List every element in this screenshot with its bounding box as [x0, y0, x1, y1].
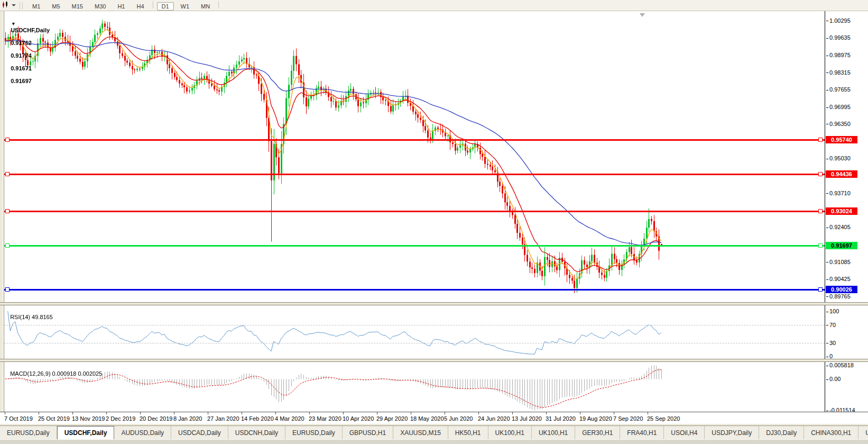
date-tick-mark: [411, 412, 411, 414]
line-handle-left[interactable]: [5, 209, 10, 213]
timeframe-button-h1[interactable]: H1: [113, 2, 130, 11]
line-handle-right[interactable]: [818, 138, 823, 142]
price-tick-label: 0.91085: [829, 259, 851, 265]
date-label: 5 Jun 2020: [444, 415, 473, 422]
collapse-chart-icon[interactable]: ▼: [11, 21, 16, 26]
window-bottom-edge: [0, 439, 868, 444]
date-tick-mark: [478, 412, 479, 414]
rsi-tick: 30: [826, 340, 836, 346]
price-tick-label: 0.90425: [829, 276, 851, 282]
toolbar-grip[interactable]: [20, 2, 23, 9]
pane-divider[interactable]: [0, 359, 868, 362]
line-handle-right[interactable]: [818, 287, 823, 292]
date-tick-mark: [5, 412, 5, 414]
chart-shift-marker-icon[interactable]: [640, 13, 645, 17]
quote-high: 0.91774: [11, 52, 32, 59]
timeframe-button-w1[interactable]: W1: [176, 2, 195, 11]
chart-tab-bar: EURUSD,DailyUSDCHF,DailyAUDUSD,DailyUSDC…: [0, 425, 868, 440]
rsi-tick-label: 30: [829, 340, 836, 346]
timeframe-button-m1[interactable]: M1: [27, 2, 45, 11]
horizontal-level-line[interactable]: [4, 139, 825, 141]
tab-usdchf-daily[interactable]: USDCHF,Daily: [57, 426, 115, 440]
line-handle-left[interactable]: [5, 172, 10, 176]
line-handle-left[interactable]: [5, 243, 10, 248]
rsi-canvas[interactable]: [4, 305, 825, 358]
timeframe-button-m30[interactable]: M30: [90, 2, 110, 11]
date-label: 27 Jan 2020: [207, 415, 239, 422]
toolbar-separator: [218, 1, 219, 8]
date-label: 14 Feb 2020: [241, 415, 274, 422]
tick-mark: [826, 21, 828, 21]
tab-fra40-h1[interactable]: FRA40,H1: [620, 426, 664, 440]
date-label: 24 Jun 2020: [478, 415, 510, 422]
date-tick-mark: [72, 412, 73, 414]
tab-usdcnh-daily[interactable]: USDCNH,Daily: [228, 426, 285, 440]
tab-usdcad-daily[interactable]: USDCAD,Daily: [171, 426, 228, 440]
tab-usoil-h[interactable]: USOil,H: [858, 426, 868, 440]
tab-uk100-h1[interactable]: UK100,H1: [532, 426, 575, 440]
price-tag: 0.93024: [826, 207, 857, 215]
tab-eurusd-daily[interactable]: EURUSD,Daily: [285, 426, 343, 440]
tab-uk100-h1[interactable]: UK100,H1: [488, 426, 532, 440]
chevron-down-icon[interactable]: [12, 4, 16, 6]
line-handle-right[interactable]: [818, 172, 823, 176]
date-tick-mark: [580, 412, 580, 414]
tick-mark: [826, 107, 828, 108]
tab-china300-h1[interactable]: CHINA300,H1: [804, 426, 858, 440]
tick-mark: [826, 56, 828, 56]
tab-gbpusd-h1[interactable]: GBPUSD,H1: [343, 426, 393, 440]
tab-usoil-h4[interactable]: USOil,H4: [664, 426, 705, 440]
line-handle-right[interactable]: [818, 243, 823, 248]
horizontal-level-line[interactable]: [4, 245, 825, 247]
tick-mark: [826, 296, 828, 297]
date-axis[interactable]: 7 Oct 201925 Oct 201913 Nov 20192 Dec 20…: [0, 412, 868, 424]
price-tick-label: 0.99635: [829, 34, 851, 41]
line-handle-left[interactable]: [5, 287, 10, 292]
line-handle-left[interactable]: [5, 138, 10, 142]
tab-hk50-h1[interactable]: HK50,H1: [448, 426, 488, 440]
date-label: 7 Oct 2019: [4, 415, 33, 422]
price-tick-label: 0.89765: [829, 293, 851, 300]
price-chart-canvas[interactable]: [4, 12, 825, 303]
date-tick-mark: [445, 412, 445, 414]
date-label: 18 May 2020: [410, 415, 444, 422]
tick-mark: [826, 228, 828, 228]
quote-close: 0.91697: [11, 78, 32, 84]
price-tick: 0.98975: [826, 52, 851, 58]
price-tag: 0.95740: [826, 136, 857, 143]
timeframe-button-h4[interactable]: H4: [132, 2, 149, 11]
tick-mark: [826, 357, 828, 357]
chart-type-icon[interactable]: [2, 1, 10, 10]
tab-usdjpy-daily[interactable]: USDJPY,Daily: [705, 426, 759, 440]
line-handle-right[interactable]: [818, 209, 823, 213]
timeframe-button-m15[interactable]: M15: [67, 2, 88, 11]
tab-ger30-h1[interactable]: GER30,H1: [575, 426, 620, 440]
tab-audusd-daily[interactable]: AUDUSD,Daily: [114, 426, 171, 440]
horizontal-level-line[interactable]: [4, 289, 825, 291]
pane-divider[interactable]: [0, 302, 868, 305]
tick-mark: [826, 325, 828, 325]
tick-mark: [826, 124, 828, 124]
price-tick-label: 0.93710: [829, 190, 851, 196]
tick-mark: [826, 38, 828, 39]
date-tick-mark: [343, 412, 344, 414]
horizontal-level-line[interactable]: [4, 211, 825, 212]
tab-xauusd-m15[interactable]: XAUUSD,M15: [393, 426, 448, 440]
tick-mark: [826, 193, 828, 194]
horizontal-level-line[interactable]: [4, 174, 825, 175]
price-tick: 0.92405: [826, 224, 851, 230]
tab-eurusd-daily[interactable]: EURUSD,Daily: [0, 426, 57, 440]
timeframe-button-d1[interactable]: D1: [157, 2, 174, 11]
macd-tick-label: 0.00: [829, 376, 841, 382]
timeframe-button-mn[interactable]: MN: [196, 2, 215, 11]
macd-canvas[interactable]: [4, 362, 825, 411]
tab-dj30-daily[interactable]: DJ30,Daily: [759, 426, 804, 440]
timeframe-button-m5[interactable]: M5: [47, 2, 64, 11]
price-tick: 1.00295: [826, 17, 851, 24]
tick-mark: [826, 159, 828, 159]
tick-mark: [826, 411, 828, 411]
date-tick-mark: [174, 412, 174, 414]
price-tick: 0.97655: [826, 86, 851, 93]
tick-mark: [826, 262, 828, 262]
date-label: 25 Sep 2020: [647, 415, 680, 422]
